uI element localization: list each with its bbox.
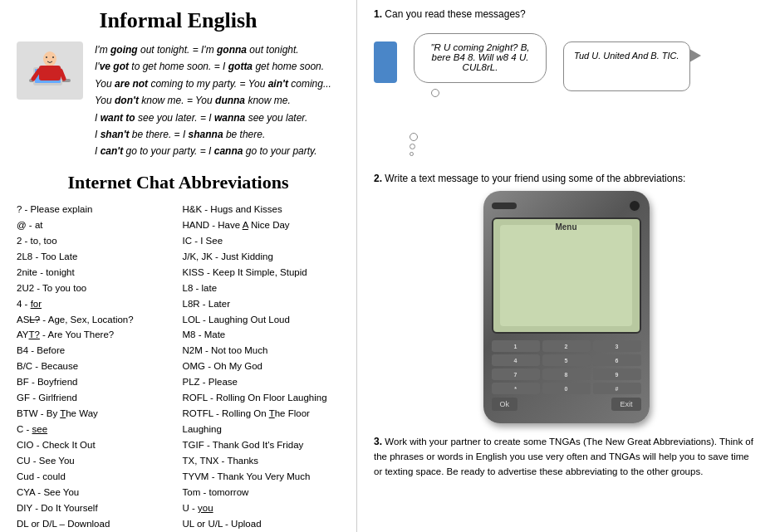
abbrev-col1-item-0: ? - Please explain [17, 202, 174, 217]
student-image [17, 41, 83, 100]
phone-screen: Menu [492, 217, 641, 334]
abbrev-col1-item-16: CU - See You [17, 453, 174, 469]
svg-rect-4 [39, 66, 61, 81]
phone-icon-left [374, 41, 397, 83]
key-4[interactable]: 4 [492, 354, 540, 366]
speech-bubble-2: Tud U. United And B. TIC. [563, 41, 690, 91]
abbrev-col1-item-20: DL or D/L – Download [17, 516, 174, 532]
sub-title: Internet Chat Abbreviations [17, 172, 340, 193]
phone-camera [628, 199, 641, 212]
abbrev-col1-item-15: CIO - Check It Out [17, 437, 174, 453]
phone-image-section: Menu 1 2 3 4 5 6 7 [374, 191, 758, 423]
task-3-label: 3. Work with your partner to create some… [374, 435, 758, 479]
abbrev-col2-item-9: N2M - Not too Much [183, 343, 341, 359]
abbrev-col1-item-4: 2nite - tonight [17, 265, 174, 281]
abbrev-col2-item-14: TGIF - Thank God It's Friday [183, 437, 341, 453]
key-5[interactable]: 5 [542, 354, 591, 366]
task-1-label: 1. Can you read these messages? [374, 8, 758, 20]
abbrev-col2-item-17: Tom - tomorrow [183, 485, 341, 500]
abbrev-col1-item-12: GF - Girlfriend [17, 390, 174, 406]
abbrev-col2-item-5: L8 - late [183, 281, 341, 296]
abbrev-col2-item-15: TX, TNX - Thanks [183, 453, 341, 469]
thought-bubble-1: "R U coming 2night? B, bere B4 8. Will w… [414, 33, 547, 83]
abbrev-col2-item-11: PLZ - Please [183, 374, 341, 390]
main-title: Informal English [17, 8, 340, 33]
abbrev-col2-item-10: OMG - Oh My God [183, 359, 341, 374]
abbrev-col2-item-8: M8 - Mate [183, 327, 341, 343]
abbrev-col1-item-2: 2 - to, too [17, 233, 174, 249]
keypad-row-4: * 0 # [492, 383, 641, 394]
phone-device: Menu 1 2 3 4 5 6 7 [483, 191, 650, 423]
bubble1-text: "R U coming 2night? B, bere B4 8. Will w… [430, 42, 529, 72]
key-9[interactable]: 9 [593, 368, 641, 380]
abbrev-col2-item-1: HAND - Have A Nice Day [183, 217, 341, 233]
key-star[interactable]: * [492, 383, 540, 394]
abbrev-col2-item-19: UL or U/L - Upload [183, 516, 341, 532]
key-0[interactable]: 0 [542, 383, 591, 394]
abbrev-col1-item-6: 4 - for [17, 296, 174, 312]
key-7[interactable]: 7 [492, 368, 540, 380]
key-3[interactable]: 3 [593, 340, 641, 352]
task-1: 1. Can you read these messages? "R U com… [374, 8, 758, 159]
abbreviations-table: ? - Please explain@ - at2 - to, too2L8 -… [17, 202, 340, 532]
abbrev-col1-item-7: ASL? - Age, Sex, Location? [17, 312, 174, 328]
abbrev-col1-item-8: AYT? - Are You There? [17, 327, 174, 343]
abbrev-col-2: H&K - Hugs and KissesHAND - Have A Nice … [183, 202, 341, 532]
abbrev-col1-item-5: 2U2 - To you too [17, 281, 174, 296]
svg-point-8 [52, 56, 54, 58]
phone-keypad: 1 2 3 4 5 6 7 8 9 * [492, 340, 641, 394]
abbrev-col2-item-7: LOL - Laughing Out Loud [183, 312, 341, 328]
phone-screen-inner [500, 225, 631, 326]
keypad-row-3: 7 8 9 [492, 368, 641, 380]
thought-dot-1 [410, 133, 418, 141]
abbrev-col-1: ? - Please explain@ - at2 - to, too2L8 -… [17, 202, 174, 532]
key-hash[interactable]: # [593, 383, 641, 394]
abbrev-col2-item-13: ROTFL - Rolling On The Floor Laughing [183, 406, 341, 437]
svg-point-7 [46, 56, 47, 58]
left-panel: Informal English I'm [0, 0, 357, 532]
abbrev-col2-item-4: KISS - Keep It Simple, Stupid [183, 265, 341, 281]
bubble2-text: Tud U. United And B. TIC. [574, 51, 679, 61]
abbrev-col2-item-2: IC - I See [183, 233, 341, 249]
abbrev-col1-item-18: CYA - See You [17, 485, 174, 500]
abbrev-col1-item-19: DIY - Do It Yourself [17, 500, 174, 516]
ok-exit-row: Ok Exit [492, 398, 641, 411]
intro-text: I'm going out tonight. = I'm gonna out t… [95, 41, 331, 160]
svg-point-3 [43, 51, 56, 66]
abbrev-col2-item-3: J/K, JK - Just Kidding [183, 249, 341, 265]
key-6[interactable]: 6 [593, 354, 641, 366]
phone-menu-bar: Menu [493, 222, 640, 232]
task-2-label: 2. Write a text message to your friend u… [374, 173, 758, 184]
ok-button[interactable]: Ok [492, 398, 518, 411]
thought-dot-2 [410, 144, 415, 149]
thought-dot-3 [410, 152, 414, 156]
abbrev-col1-item-9: B4 - Before [17, 343, 174, 359]
keypad-row-1: 1 2 3 [492, 340, 641, 352]
intro-section: I'm going out tonight. = I'm gonna out t… [17, 41, 340, 160]
exit-button[interactable]: Exit [611, 398, 640, 411]
abbrev-col2-item-16: TYVM - Thank You Very Much [183, 469, 341, 485]
messages-area: "R U coming 2night? B, bere B4 8. Will w… [374, 25, 758, 159]
right-panel: 1. Can you read these messages? "R U com… [357, 0, 775, 532]
abbrev-col2-item-12: ROFL - Rolling On Floor Laughing [183, 390, 341, 406]
abbrev-col2-item-0: H&K - Hugs and Kisses [183, 202, 341, 217]
abbrev-col1-item-3: 2L8 - Too Late [17, 249, 174, 265]
abbrev-col1-item-17: Cud - could [17, 469, 174, 485]
abbrev-col1-item-13: BTW - By The Way [17, 406, 174, 422]
bubble-container: "R U coming 2night? B, bere B4 8. Will w… [414, 25, 690, 159]
abbrev-col1-item-1: @ - at [17, 217, 174, 233]
phone-speaker [492, 203, 517, 209]
key-8[interactable]: 8 [542, 368, 591, 380]
task-3-text: Work with your partner to create some TN… [374, 437, 753, 476]
key-1[interactable]: 1 [492, 340, 540, 352]
abbrev-col1-item-14: C - see [17, 422, 174, 437]
abbrev-col1-item-11: BF - Boyfriend [17, 374, 174, 390]
thought-dots [410, 133, 418, 159]
keypad-row-2: 4 5 6 [492, 354, 641, 366]
abbrev-col2-item-18: U - you [183, 500, 341, 516]
abbrev-col2-item-6: L8R - Later [183, 296, 341, 312]
task-2: 2. Write a text message to your friend u… [374, 173, 758, 423]
task-3: 3. Work with your partner to create some… [374, 435, 758, 479]
key-2[interactable]: 2 [542, 340, 591, 352]
abbrev-col1-item-10: B/C - Because [17, 359, 174, 374]
